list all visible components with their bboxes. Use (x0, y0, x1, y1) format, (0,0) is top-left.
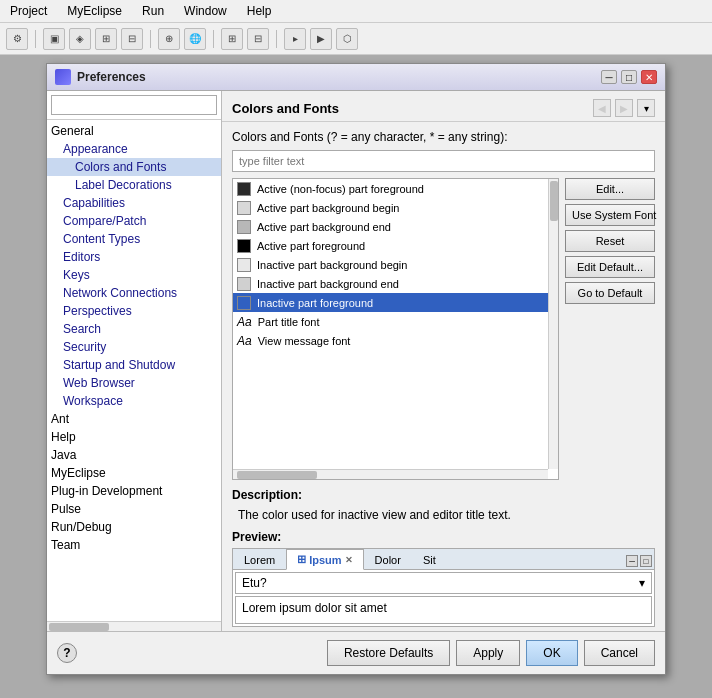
tree-item[interactable]: Run/Debug (47, 518, 221, 536)
description-section: Description: The color used for inactive… (222, 488, 665, 526)
preview-maximize-icon[interactable]: □ (640, 555, 652, 567)
color-list-item[interactable]: AaView message font (233, 331, 558, 350)
tree-item[interactable]: MyEclipse (47, 464, 221, 482)
footer-left: ? (57, 643, 77, 663)
filter-input[interactable] (232, 150, 655, 172)
tree-item[interactable]: Help (47, 428, 221, 446)
tree-item[interactable]: General (47, 122, 221, 140)
dialog-footer: ? Restore Defaults Apply OK Cancel (47, 631, 665, 674)
restore-defaults-button[interactable]: Restore Defaults (327, 640, 450, 666)
tree-item[interactable]: Workspace (47, 392, 221, 410)
list-scrollbar-thumb (550, 181, 558, 221)
menu-button[interactable]: ▾ (637, 99, 655, 117)
color-list-label: View message font (258, 335, 351, 347)
preview-tab-dolor[interactable]: Dolor (364, 550, 412, 570)
toolbar-btn-8[interactable]: ⊞ (221, 28, 243, 50)
toolbar-btn-12[interactable]: ⬡ (336, 28, 358, 50)
color-list-item[interactable]: Active part foreground (233, 236, 558, 255)
list-hscrollbar[interactable] (233, 469, 548, 479)
preview-text-area: Lorem ipsum dolor sit amet (235, 596, 652, 624)
tree-item[interactable]: Editors (47, 248, 221, 266)
color-list-container: Active (non-focus) part foregroundActive… (232, 178, 559, 480)
preferences-dialog: Preferences ─ □ ✕ GeneralAppearanceColor… (46, 63, 666, 675)
tree-search-input[interactable] (51, 95, 217, 115)
cancel-button[interactable]: Cancel (584, 640, 655, 666)
toolbar-btn-10[interactable]: ▸ (284, 28, 306, 50)
tree-item[interactable]: Content Types (47, 230, 221, 248)
color-list-item[interactable]: Active part background end (233, 217, 558, 236)
tree-item[interactable]: Startup and Shutdow (47, 356, 221, 374)
color-list-item[interactable]: Inactive part background end (233, 274, 558, 293)
toolbar-btn-7[interactable]: 🌐 (184, 28, 206, 50)
tree-item[interactable]: Search (47, 320, 221, 338)
tab-close-icon[interactable]: ✕ (345, 555, 353, 565)
tree-item[interactable]: Plug-in Development (47, 482, 221, 500)
tree-item[interactable]: Pulse (47, 500, 221, 518)
tree-item[interactable]: Label Decorations (47, 176, 221, 194)
list-and-buttons: Active (non-focus) part foregroundActive… (232, 178, 655, 480)
tree-item[interactable]: Java (47, 446, 221, 464)
menu-window[interactable]: Window (180, 2, 231, 20)
color-list-item[interactable]: Inactive part foreground (233, 293, 558, 312)
menu-help[interactable]: Help (243, 2, 276, 20)
toolbar-btn-11[interactable]: ▶ (310, 28, 332, 50)
tree-scrollbar[interactable] (47, 621, 221, 631)
tree-item[interactable]: Ant (47, 410, 221, 428)
tree-item[interactable]: Compare/Patch (47, 212, 221, 230)
preview-tab-lorem[interactable]: Lorem (233, 550, 286, 570)
toolbar: ⚙ ▣ ◈ ⊞ ⊟ ⊕ 🌐 ⊞ ⊟ ▸ ▶ ⬡ (0, 23, 712, 55)
back-button[interactable]: ◀ (593, 99, 611, 117)
preview-dropdown[interactable]: Etu? ▾ (235, 572, 652, 594)
dropdown-arrow-icon: ▾ (639, 576, 645, 590)
action-btn-go-to-default[interactable]: Go to Default (565, 282, 655, 304)
menu-myeclipse[interactable]: MyEclipse (63, 2, 126, 20)
tree-item[interactable]: Appearance (47, 140, 221, 158)
preview-minimize-icon[interactable]: ─ (626, 555, 638, 567)
tree-item[interactable]: Colors and Fonts (47, 158, 221, 176)
ok-button[interactable]: OK (526, 640, 577, 666)
apply-button[interactable]: Apply (456, 640, 520, 666)
tree-item[interactable]: Network Connections (47, 284, 221, 302)
close-button[interactable]: ✕ (641, 70, 657, 84)
tree-item[interactable]: Team (47, 536, 221, 554)
tree-item[interactable]: Security (47, 338, 221, 356)
preview-tab-ipsum[interactable]: ⊞ Ipsum ✕ (286, 549, 363, 570)
list-scrollbar[interactable] (548, 179, 558, 469)
toolbar-btn-9[interactable]: ⊟ (247, 28, 269, 50)
forward-button[interactable]: ▶ (615, 99, 633, 117)
toolbar-btn-6[interactable]: ⊕ (158, 28, 180, 50)
tree-item[interactable]: Perspectives (47, 302, 221, 320)
color-list-item[interactable]: Active part background begin (233, 198, 558, 217)
dialog-title-left: Preferences (55, 69, 146, 85)
toolbar-btn-4[interactable]: ⊞ (95, 28, 117, 50)
tree-item[interactable]: Keys (47, 266, 221, 284)
color-list-item[interactable]: Inactive part background begin (233, 255, 558, 274)
tree-content: GeneralAppearanceColors and FontsLabel D… (47, 120, 221, 621)
action-btn-edit-default---[interactable]: Edit Default... (565, 256, 655, 278)
color-list-item[interactable]: Active (non-focus) part foreground (233, 179, 558, 198)
toolbar-sep-3 (213, 30, 214, 48)
action-btn-reset[interactable]: Reset (565, 230, 655, 252)
preview-tabs: Lorem ⊞ Ipsum ✕ Dolor Sit ─ □ (232, 548, 655, 627)
minimize-button[interactable]: ─ (601, 70, 617, 84)
color-swatch (237, 239, 251, 253)
action-buttons: Edit...Use System FontResetEdit Default.… (565, 178, 655, 480)
toolbar-btn-1[interactable]: ⚙ (6, 28, 28, 50)
help-button[interactable]: ? (57, 643, 77, 663)
dialog-body: GeneralAppearanceColors and FontsLabel D… (47, 91, 665, 631)
menu-project[interactable]: Project (6, 2, 51, 20)
menubar: Project MyEclipse Run Window Help (0, 0, 712, 23)
toolbar-btn-2[interactable]: ▣ (43, 28, 65, 50)
action-btn-edit---[interactable]: Edit... (565, 178, 655, 200)
color-swatch (237, 258, 251, 272)
toolbar-btn-3[interactable]: ◈ (69, 28, 91, 50)
tree-scrollbar-thumb (49, 623, 109, 631)
action-btn-use-system-font[interactable]: Use System Font (565, 204, 655, 226)
color-list-item[interactable]: AaPart title font (233, 312, 558, 331)
menu-run[interactable]: Run (138, 2, 168, 20)
tree-item[interactable]: Capabilities (47, 194, 221, 212)
toolbar-btn-5[interactable]: ⊟ (121, 28, 143, 50)
tree-item[interactable]: Web Browser (47, 374, 221, 392)
preview-tab-sit[interactable]: Sit (412, 550, 447, 570)
maximize-button[interactable]: □ (621, 70, 637, 84)
